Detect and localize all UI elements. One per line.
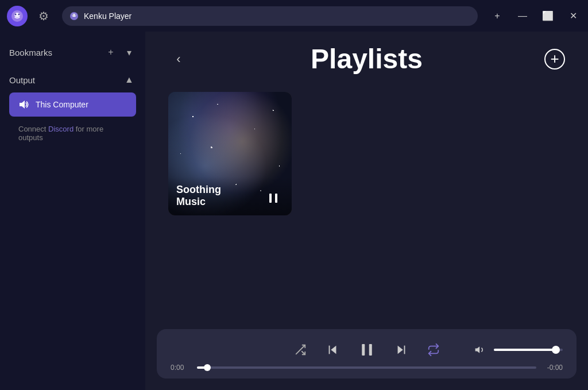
- content-area: ‹ Playlists + SoothingMusic: [145, 32, 588, 390]
- add-tab-button[interactable]: +: [489, 8, 505, 24]
- maximize-button[interactable]: ⬜: [540, 8, 556, 24]
- titlebar: ⚙ Kenku Player + — ⬜ ✕: [0, 0, 588, 32]
- svg-point-3: [18, 13, 20, 15]
- next-button[interactable]: [392, 341, 411, 359]
- controls-row: [171, 338, 563, 361]
- current-time: 0:00: [171, 364, 191, 372]
- svg-marker-17: [397, 346, 403, 354]
- output-item-label: This Computer: [36, 100, 88, 109]
- search-input[interactable]: Kenku Player: [62, 6, 478, 26]
- volume-track[interactable]: [494, 349, 563, 351]
- svg-rect-16: [369, 344, 372, 356]
- app-logo: [7, 6, 28, 26]
- volume-thumb[interactable]: [552, 346, 560, 354]
- svg-rect-9: [269, 194, 272, 203]
- output-label: Output: [9, 75, 35, 85]
- main-area: Bookmarks + ▾ Output ▲: [0, 32, 588, 390]
- settings-icon[interactable]: ⚙: [34, 7, 53, 25]
- progress-section: 0:00 -0:00: [171, 364, 563, 372]
- bookmarks-collapse-button[interactable]: ▾: [122, 45, 136, 59]
- bookmarks-section: Bookmarks + ▾: [0, 41, 145, 64]
- volume-controls: [443, 341, 563, 359]
- window-controls: + — ⬜ ✕: [489, 8, 581, 24]
- this-computer-output[interactable]: This Computer: [9, 92, 136, 117]
- total-time: -0:00: [542, 364, 563, 372]
- progress-track[interactable]: [197, 366, 536, 369]
- svg-rect-14: [328, 346, 330, 354]
- previous-button[interactable]: [323, 341, 342, 359]
- content-header: ‹ Playlists +: [145, 32, 588, 80]
- bookmarks-header: Bookmarks + ▾: [9, 41, 136, 64]
- bookmarks-label: Bookmarks: [9, 48, 52, 57]
- svg-marker-19: [475, 346, 480, 353]
- kenku-icon: [69, 11, 79, 21]
- output-section: Output ▲ This Computer Connect Discord f…: [0, 68, 145, 144]
- sidebar: Bookmarks + ▾ Output ▲: [0, 32, 145, 390]
- output-collapse-button[interactable]: ▲: [122, 73, 136, 87]
- svg-marker-8: [20, 101, 25, 109]
- playlist-pause-button[interactable]: [263, 188, 284, 208]
- progress-thumb[interactable]: [204, 364, 211, 371]
- playlist-name: SoothingMusic: [176, 184, 221, 208]
- playlist-card-background: SoothingMusic: [168, 92, 292, 215]
- shuffle-button[interactable]: [291, 341, 310, 359]
- player-bar: 0:00 -0:00: [157, 329, 577, 379]
- playlist-card[interactable]: SoothingMusic: [168, 92, 292, 215]
- playlist-overlay: SoothingMusic: [168, 177, 292, 215]
- svg-point-7: [75, 14, 76, 16]
- pause-button[interactable]: [355, 338, 378, 361]
- bookmarks-actions: + ▾: [104, 45, 136, 59]
- repeat-button[interactable]: [424, 341, 443, 359]
- back-button[interactable]: ‹: [168, 49, 189, 69]
- bookmarks-add-button[interactable]: +: [104, 45, 118, 59]
- svg-rect-15: [362, 344, 365, 356]
- output-header: Output ▲: [9, 68, 136, 92]
- connect-text-before: Connect: [18, 125, 48, 133]
- page-title: Playlists: [189, 43, 544, 75]
- search-wrapper: Kenku Player: [62, 6, 478, 26]
- player-controls: [291, 338, 443, 361]
- add-playlist-button[interactable]: +: [544, 49, 565, 69]
- svg-rect-10: [275, 194, 277, 203]
- minimize-button[interactable]: —: [514, 8, 531, 24]
- svg-point-6: [72, 14, 74, 16]
- svg-rect-18: [404, 346, 405, 354]
- connect-discord-text: Connect Discord for more outputs: [9, 122, 136, 144]
- svg-point-2: [15, 13, 17, 15]
- volume-fill: [494, 349, 556, 351]
- playlist-grid: SoothingMusic: [145, 80, 588, 329]
- speaker-icon: [17, 98, 30, 111]
- close-button[interactable]: ✕: [565, 8, 581, 24]
- svg-marker-13: [331, 346, 336, 354]
- volume-icon[interactable]: [471, 341, 489, 359]
- discord-link[interactable]: Discord: [48, 125, 74, 133]
